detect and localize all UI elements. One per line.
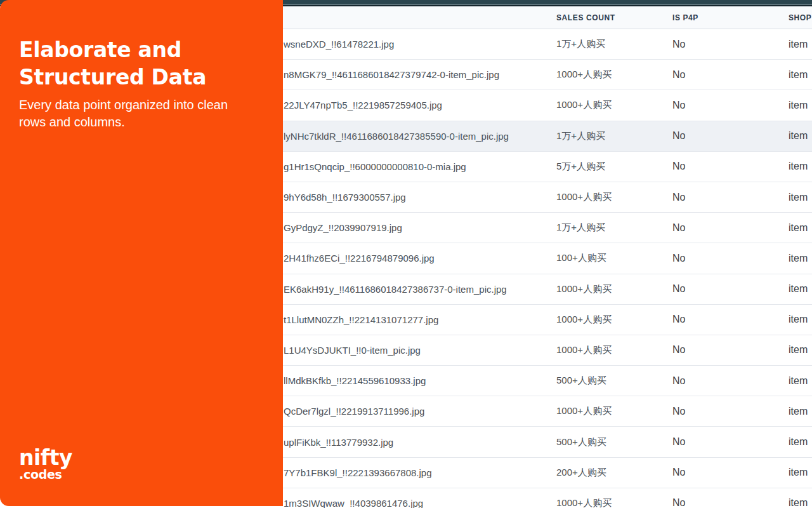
brand-logo-primary: nifty	[19, 448, 72, 468]
shop-cell: item	[789, 406, 812, 417]
is-p4p-cell: No	[672, 222, 789, 234]
shop-cell: item	[789, 192, 812, 203]
promo-title-line1: Elaborate and	[19, 37, 181, 62]
sales-count-cell: 1000+人购买	[556, 191, 672, 203]
sales-count-cell: 1000+人购买	[556, 344, 672, 356]
is-p4p-cell: No	[672, 253, 789, 264]
brand-logo-secondary: .codes	[19, 468, 72, 481]
sales-count-cell: 1000+人购买	[556, 99, 672, 111]
filename-cell: n8MGK79_!!4611686018427379742-0-item_pic…	[284, 69, 556, 80]
shop-cell: item	[789, 161, 812, 172]
is-p4p-cell: No	[672, 436, 789, 448]
shop-cell: item	[789, 39, 812, 50]
is-p4p-cell: No	[672, 344, 789, 356]
shop-cell: item	[789, 314, 812, 325]
column-header-sales-count: SALES COUNT	[556, 13, 672, 22]
filename-cell: L1U4YsDJUKTI_!!0-item_pic.jpg	[284, 345, 556, 356]
promo-panel: Elaborate and Structured Data Every data…	[0, 0, 283, 506]
sales-count-cell: 500+人购买	[556, 375, 672, 387]
is-p4p-cell: No	[672, 497, 789, 508]
filename-cell: wsneDXD_!!61478221.jpg	[284, 39, 556, 50]
shop-cell: item	[789, 130, 812, 142]
sales-count-cell: 1万+人购买	[556, 38, 672, 50]
is-p4p-cell: No	[672, 314, 789, 325]
filename-cell: GyPdgyZ_!!2039907919.jpg	[284, 222, 556, 233]
promo-title: Elaborate and Structured Data	[19, 36, 206, 91]
is-p4p-cell: No	[672, 39, 789, 50]
column-header-shop: SHOP	[789, 13, 812, 22]
sales-count-cell: 1000+人购买	[556, 497, 672, 508]
filename-cell: 7Y7b1FBK9l_!!2221393667808.jpg	[284, 467, 556, 478]
promo-title-line2: Structured Data	[19, 65, 206, 90]
shop-cell: item	[789, 497, 812, 508]
is-p4p-cell: No	[672, 192, 789, 203]
filename-cell: QcDer7lgzl_!!2219913711996.jpg	[284, 406, 556, 417]
shop-cell: item	[789, 436, 812, 448]
screen: SALES COUNT IS P4P SHOP wsneDXD_!!614782…	[0, 0, 812, 508]
filename-cell: EK6akH91y_!!4611686018427386737-0-item_p…	[284, 284, 556, 295]
shop-cell: item	[789, 344, 812, 356]
sales-count-cell: 1000+人购买	[556, 405, 672, 417]
is-p4p-cell: No	[672, 467, 789, 478]
filename-cell: g1Hr1sQnqcip_!!6000000000810-0-mia.jpg	[284, 161, 556, 172]
filename-cell: lyNHc7tkldR_!!4611686018427385590-0-item…	[284, 131, 556, 142]
sales-count-cell: 1万+人购买	[556, 130, 672, 142]
is-p4p-cell: No	[672, 406, 789, 417]
sales-count-cell: 1000+人购买	[556, 69, 672, 81]
filename-cell: 2H41fhz6ECi_!!2216794879096.jpg	[284, 253, 556, 264]
filename-cell: llMdkBKfkb_!!2214559610933.jpg	[284, 375, 556, 386]
filename-cell: 1m3SIWqwaw_!!4039861476.jpg	[284, 498, 556, 508]
promo-subtitle: Every data point organized into clean ro…	[19, 97, 235, 131]
shop-cell: item	[789, 253, 812, 264]
is-p4p-cell: No	[672, 100, 789, 111]
filename-cell: 22JLY47npTb5_!!2219857259405.jpg	[284, 100, 556, 110]
shop-cell: item	[789, 222, 812, 234]
sales-count-cell: 1000+人购买	[556, 283, 672, 295]
is-p4p-cell: No	[672, 161, 789, 172]
sales-count-cell: 200+人购买	[556, 467, 672, 479]
shop-cell: item	[789, 467, 812, 478]
sales-count-cell: 5万+人购买	[556, 161, 672, 173]
sales-count-cell: 100+人购买	[556, 252, 672, 264]
shop-cell: item	[789, 283, 812, 295]
shop-cell: item	[789, 375, 812, 387]
filename-cell: t1LlutMN0ZZh_!!2214131071277.jpg	[284, 314, 556, 325]
sales-count-cell: 500+人购买	[556, 436, 672, 448]
is-p4p-cell: No	[672, 130, 789, 142]
shop-cell: item	[789, 69, 812, 81]
brand-logo: nifty .codes	[19, 448, 72, 481]
column-header-is-p4p: IS P4P	[672, 13, 789, 22]
is-p4p-cell: No	[672, 375, 789, 387]
sales-count-cell: 1万+人购买	[556, 222, 672, 234]
filename-cell: 9hY6d58h_!!1679300557.jpg	[284, 192, 556, 203]
filename-cell: uplFiKbk_!!113779932.jpg	[284, 437, 556, 448]
is-p4p-cell: No	[672, 283, 789, 295]
sales-count-cell: 1000+人购买	[556, 314, 672, 326]
shop-cell: item	[789, 100, 812, 111]
is-p4p-cell: No	[672, 69, 789, 81]
